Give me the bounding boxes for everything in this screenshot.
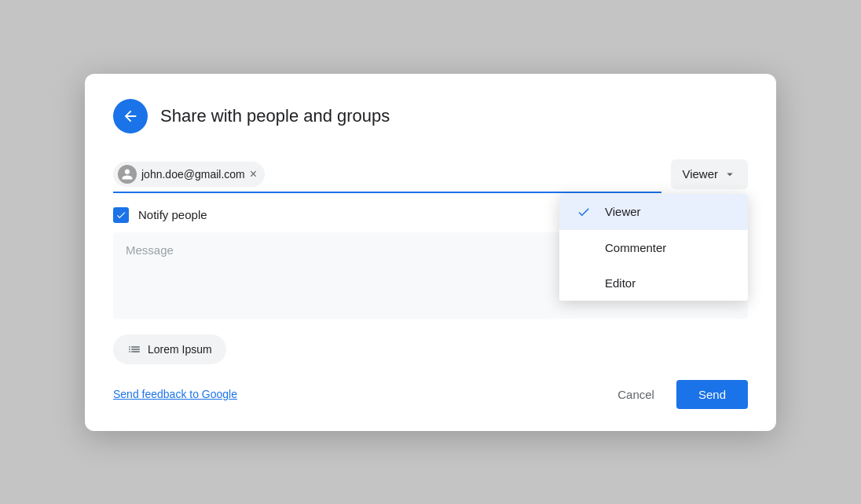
chip-close-button[interactable]: × bbox=[250, 168, 257, 181]
access-button-label: Lorem Ipsum bbox=[148, 343, 212, 356]
access-button[interactable]: Lorem Ipsum bbox=[113, 334, 226, 364]
list-icon bbox=[127, 342, 141, 356]
role-dropdown-button[interactable]: Viewer bbox=[671, 159, 748, 189]
send-button[interactable]: Send bbox=[676, 380, 748, 409]
modal-backdrop: Share with people and groups john.doe@gm… bbox=[0, 0, 861, 504]
notify-label: Notify people bbox=[138, 208, 207, 221]
share-input-wrapper: john.doe@gmail.com × Viewer bbox=[113, 155, 748, 193]
role-option-editor[interactable]: Editor bbox=[559, 265, 748, 301]
cancel-button[interactable]: Cancel bbox=[605, 380, 667, 409]
email-input-container[interactable]: john.doe@gmail.com × bbox=[113, 155, 661, 193]
role-option-viewer[interactable]: Viewer bbox=[559, 194, 748, 230]
role-dropdown-wrapper: Viewer Viewer bbox=[671, 159, 748, 189]
email-chip: john.doe@gmail.com × bbox=[113, 162, 265, 187]
person-icon bbox=[121, 168, 134, 181]
commenter-label: Commenter bbox=[605, 241, 666, 254]
back-button[interactable] bbox=[113, 99, 148, 133]
role-selected-label: Viewer bbox=[682, 167, 718, 181]
modal-footer: Send feedback to Google Cancel Send bbox=[113, 380, 748, 409]
feedback-link[interactable]: Send feedback to Google bbox=[113, 388, 237, 400]
chevron-down-icon bbox=[723, 167, 737, 181]
role-option-commenter[interactable]: Commenter bbox=[559, 230, 748, 265]
checkmark-icon bbox=[577, 205, 591, 219]
arrow-left-icon bbox=[122, 108, 139, 125]
footer-actions: Cancel Send bbox=[605, 380, 748, 409]
message-placeholder: Message bbox=[126, 243, 174, 257]
editor-label: Editor bbox=[605, 276, 636, 290]
viewer-label: Viewer bbox=[605, 205, 641, 218]
check-icon-viewer bbox=[575, 205, 592, 219]
role-dropdown-menu: Viewer Commenter Editor bbox=[559, 194, 748, 301]
share-dialog: Share with people and groups john.doe@gm… bbox=[85, 74, 776, 431]
access-section: Lorem Ipsum bbox=[113, 334, 748, 364]
avatar bbox=[118, 165, 137, 184]
modal-header: Share with people and groups bbox=[113, 99, 748, 133]
email-value: john.doe@gmail.com bbox=[141, 168, 245, 181]
check-icon bbox=[115, 210, 126, 221]
notify-checkbox[interactable] bbox=[113, 207, 129, 223]
modal-title: Share with people and groups bbox=[160, 106, 390, 126]
